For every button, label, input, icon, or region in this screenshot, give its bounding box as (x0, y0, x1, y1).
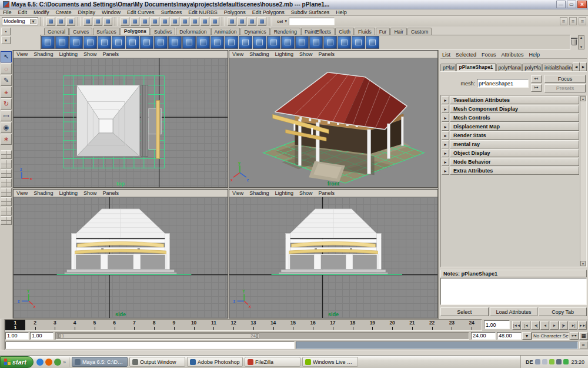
shelf-tab-curves[interactable]: Curves (69, 28, 92, 35)
persp-multi-pane-layout[interactable] (1, 216, 12, 225)
menu-modify[interactable]: Modify (34, 9, 49, 15)
show-input-connections-button[interactable]: ↤ (531, 75, 542, 83)
subdivide-icon[interactable] (182, 36, 196, 49)
open-scene-icon[interactable] (56, 17, 65, 26)
quick-selection-input[interactable] (289, 18, 335, 25)
range-slider-bar[interactable]: 1 24 (57, 333, 259, 339)
load-attributes-button[interactable]: Load Attributes (490, 307, 538, 316)
viewport-menu-panels[interactable]: Panels (102, 51, 119, 57)
viewport-menu-shading[interactable]: Shading (34, 51, 53, 57)
ae-section-extra-attributes[interactable]: Extra Attributes (442, 167, 579, 175)
shelf-tab-subdivs[interactable]: Subdivs (151, 28, 175, 35)
ae-scrollbar[interactable] (580, 96, 586, 266)
shelf-tab-polygons[interactable]: Polygons (121, 27, 150, 35)
lock-selection-icon[interactable] (201, 17, 209, 26)
shelf-tab-deformation[interactable]: Deformation (176, 28, 210, 35)
tray-user-icon[interactable] (542, 359, 547, 364)
menu-display[interactable]: Display (78, 9, 96, 15)
two-pane-side-layout[interactable] (1, 169, 12, 178)
ae-section-mesh-controls[interactable]: Mesh Controls (442, 114, 579, 122)
ae-tab-initialshadinggroup[interactable]: initialShadingGroup (542, 64, 573, 71)
ae-tab-pplaneshape1[interactable]: pPlaneShape1 (456, 63, 495, 71)
play-backwards-button[interactable]: ◄ (540, 321, 549, 330)
attribute-editor-toggle-icon[interactable]: ≡ (560, 17, 567, 25)
ae-section-object-display[interactable]: Object Display (442, 149, 579, 157)
tray-updates-icon[interactable] (535, 359, 540, 364)
sculpt-geometry-icon[interactable] (154, 36, 168, 49)
select-tool[interactable] (1, 51, 12, 62)
character-set-menu-icon[interactable]: ▼ (522, 332, 532, 340)
menu-create[interactable]: Create (56, 9, 72, 15)
frame-3[interactable]: 3 (45, 320, 65, 330)
quicklaunch-media-player-icon[interactable] (54, 359, 61, 366)
poly-cube-icon[interactable] (55, 36, 69, 49)
expand-arrow-icon[interactable] (442, 149, 449, 157)
scroll-up-icon[interactable] (580, 96, 586, 101)
task-maya[interactable]: Maya 6.5: C:\Docum... (72, 357, 128, 367)
viewport-menu-lighting[interactable]: Lighting (59, 190, 78, 196)
language-indicator[interactable]: DE (526, 359, 533, 365)
frame-19[interactable]: 19 (363, 320, 383, 330)
poly-cylinder-icon[interactable] (69, 36, 83, 49)
ae-tab-polyplane1[interactable]: polyPlane1 (522, 64, 542, 71)
frame-15[interactable]: 15 (283, 320, 303, 330)
ae-menu-focus[interactable]: Focus (482, 52, 496, 58)
ae-tabs-scroll-right-icon[interactable]: ► (580, 62, 587, 71)
frame-21[interactable]: 21 (402, 320, 422, 330)
snap-to-points-icon[interactable] (141, 17, 149, 26)
playback-end-field[interactable] (471, 332, 496, 340)
task-messenger[interactable]: Windows Live Messen... (302, 357, 358, 367)
poly-proxy-icon[interactable] (196, 36, 210, 49)
frame-24[interactable]: 24 (462, 320, 482, 330)
persp-graph-layout[interactable] (1, 197, 12, 206)
menu-file[interactable]: File (3, 9, 12, 15)
viewport-menu-panels[interactable]: Panels (318, 190, 335, 196)
ae-menu-help[interactable]: Help (529, 52, 540, 58)
scroll-down-icon[interactable]: ▼ (580, 45, 583, 49)
animation-preferences-icon[interactable]: ▦ (579, 332, 588, 340)
snap-to-planes-icon[interactable] (151, 17, 159, 26)
ipr-render-icon[interactable] (248, 17, 256, 26)
step-forward-one-frame-button[interactable]: ►| (569, 321, 577, 330)
scroll-up-icon[interactable]: ▲ (580, 36, 583, 39)
menu-polygons[interactable]: Polygons (224, 9, 246, 15)
viewport-menu-view[interactable]: View (232, 190, 243, 196)
show-manipulator-tool[interactable] (1, 134, 12, 145)
hypershade-persp-layout[interactable] (1, 207, 12, 216)
boolean-icon[interactable] (366, 36, 379, 49)
ae-section-node-behavior[interactable]: Node Behavior (442, 158, 579, 166)
viewport-menu-shading[interactable]: Shading (249, 190, 269, 196)
select-component-icon[interactable] (103, 17, 112, 26)
shelf-menu-icon[interactable]: ▾ (1, 37, 11, 44)
menu-help[interactable]: Help (336, 9, 347, 15)
current-time-field[interactable] (484, 320, 510, 329)
new-scene-icon[interactable] (46, 17, 55, 26)
snap-to-curves-icon[interactable] (131, 17, 139, 26)
menu-window[interactable]: Window (102, 9, 121, 15)
mesh-name-field[interactable] (477, 79, 529, 88)
render-current-frame-icon[interactable] (238, 17, 246, 26)
ae-section-render-stats[interactable]: Render Stats (442, 131, 579, 140)
range-slider-track[interactable]: 1 24 (55, 332, 469, 340)
poke-face-icon[interactable] (295, 36, 309, 49)
shelf-tab-general[interactable]: General (44, 28, 69, 35)
shelf-tab-rendering[interactable]: Rendering (270, 28, 300, 35)
viewport-menu-show[interactable]: Show (83, 190, 97, 196)
frame-23[interactable]: 23 (442, 320, 462, 330)
expand-arrow-icon[interactable] (442, 167, 449, 175)
script-editor-icon[interactable]: ≡ (579, 342, 587, 349)
highlight-selection-icon[interactable] (211, 17, 219, 26)
shelf-tab-fur[interactable]: Fur (376, 28, 390, 35)
merge-vertices-icon[interactable] (323, 36, 337, 49)
snap-to-grids-icon[interactable] (121, 17, 129, 26)
menu-edit[interactable]: Edit (18, 9, 28, 15)
snap-magnet-icon[interactable] (181, 17, 189, 26)
shelf-scrollbar[interactable]: ▲▼ (578, 35, 584, 49)
frame-13[interactable]: 13 (243, 320, 263, 330)
range-end-handle[interactable] (256, 334, 258, 338)
shelf-tab-painteffects[interactable]: PaintEffects (301, 28, 335, 35)
focus-button[interactable]: Focus (544, 75, 586, 83)
ae-tabs-scroll-left-icon[interactable]: ◄ (573, 62, 580, 71)
quick-launch-overflow-icon[interactable]: » (63, 359, 66, 365)
frame-9[interactable]: 9 (164, 320, 184, 330)
